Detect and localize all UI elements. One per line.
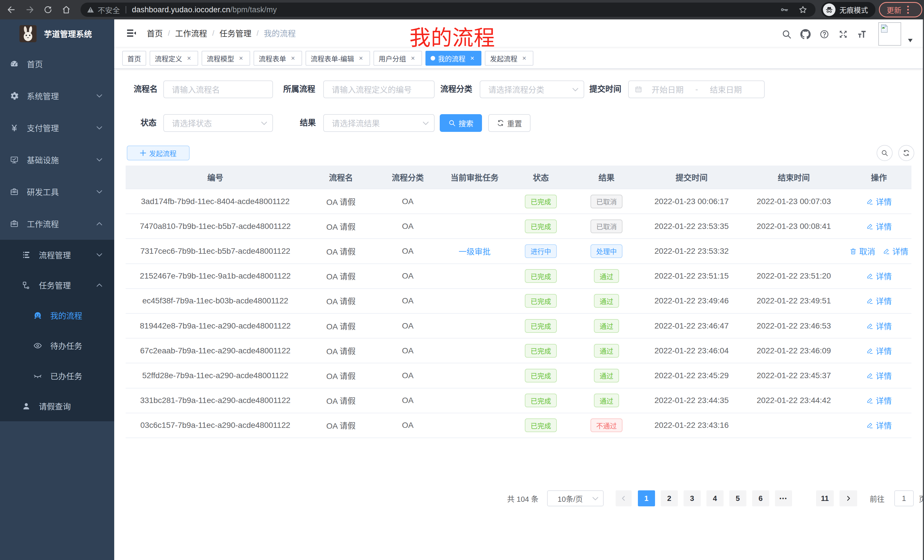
tab-start-process[interactable]: 发起流程 × bbox=[485, 51, 533, 66]
browser-menu-icon[interactable] bbox=[907, 6, 909, 14]
hamburger-icon[interactable] bbox=[126, 27, 137, 39]
sidebar-logo[interactable]: 芋道管理系统 bbox=[0, 19, 114, 48]
tag-close-icon[interactable]: × bbox=[289, 54, 297, 62]
address-bar[interactable]: 不安全 dashboard.yudao.iocoder.cn/bpm/task/… bbox=[81, 3, 816, 17]
status-badge: 已完成 bbox=[525, 220, 557, 233]
breadcrumb-item[interactable]: 工作流程 bbox=[175, 27, 207, 39]
sidebar-item-payment[interactable]: 支付管理 bbox=[0, 112, 114, 144]
next-page-button[interactable] bbox=[840, 490, 857, 506]
column-header[interactable]: 操作 bbox=[846, 166, 911, 189]
detail-action[interactable]: 详情 bbox=[866, 395, 892, 406]
page-button-6[interactable]: 6 bbox=[752, 490, 769, 506]
tab-process-form[interactable]: 流程表单 × bbox=[254, 51, 302, 66]
column-header[interactable]: 流程分类 bbox=[377, 166, 439, 189]
help-icon[interactable] bbox=[815, 21, 834, 48]
more-pages-button[interactable]: ••• bbox=[775, 490, 792, 506]
detail-action[interactable]: 详情 bbox=[883, 246, 908, 257]
tab-process-definition[interactable]: 流程定义 × bbox=[150, 51, 198, 66]
menu-label: 请假查询 bbox=[39, 400, 71, 412]
header-search-icon[interactable] bbox=[777, 21, 796, 48]
reset-button[interactable]: 重置 bbox=[488, 114, 531, 132]
browser-home-button[interactable] bbox=[60, 4, 72, 15]
sidebar-item-infrastructure[interactable]: 基础设施 bbox=[0, 144, 114, 176]
browser-back-button[interactable] bbox=[6, 4, 17, 15]
browser-reload-button[interactable] bbox=[42, 4, 54, 15]
tab-home[interactable]: 首页 × bbox=[122, 51, 146, 66]
page-button-1[interactable]: 1 bbox=[638, 490, 655, 506]
browser-update-button[interactable]: 更新 bbox=[879, 2, 922, 17]
page-url: dashboard.yudao.iocoder.cn/bpm/task/my bbox=[132, 5, 277, 14]
page-button-3[interactable]: 3 bbox=[684, 490, 701, 506]
date-end-input[interactable]: 结束日期 bbox=[701, 84, 751, 95]
detail-action[interactable]: 详情 bbox=[866, 419, 892, 431]
sidebar-item-done-tasks[interactable]: 已办任务 bbox=[0, 361, 114, 391]
tab-my-processes[interactable]: 我的流程 × bbox=[426, 51, 482, 66]
breadcrumb-item[interactable]: 任务管理 bbox=[220, 27, 252, 39]
toggle-search-button[interactable] bbox=[877, 145, 892, 161]
sidebar-item-system[interactable]: 系统管理 bbox=[0, 80, 114, 112]
column-header[interactable]: 流程名 bbox=[305, 166, 377, 189]
tab-process-model[interactable]: 流程模型 × bbox=[202, 51, 250, 66]
filter-category-label: 流程分类 bbox=[323, 81, 472, 98]
detail-action[interactable]: 详情 bbox=[866, 270, 892, 282]
fullscreen-icon[interactable] bbox=[834, 21, 853, 48]
page-button-4[interactable]: 4 bbox=[706, 490, 723, 506]
filter-result-select[interactable]: 请选择流结果 bbox=[323, 114, 435, 132]
detail-action[interactable]: 详情 bbox=[866, 320, 892, 332]
github-icon[interactable] bbox=[796, 21, 815, 48]
tab-process-form-edit[interactable]: 流程表单-编辑 × bbox=[306, 51, 370, 66]
jump-page-input[interactable]: 1 bbox=[894, 490, 914, 506]
caret-down-icon[interactable] bbox=[908, 39, 913, 42]
filter-time-range[interactable]: 开始日期 - 结束日期 bbox=[628, 81, 765, 98]
tab-user-group[interactable]: 用户分组 × bbox=[374, 51, 422, 66]
sidebar-item-my-processes[interactable]: 我的流程 bbox=[0, 300, 114, 331]
tag-close-icon[interactable]: × bbox=[520, 54, 528, 62]
search-button[interactable]: 搜索 bbox=[440, 114, 482, 132]
cell-category: OA bbox=[377, 413, 439, 438]
column-header[interactable]: 结束时间 bbox=[741, 166, 846, 189]
prev-page-button[interactable] bbox=[616, 490, 632, 506]
column-header[interactable]: 编号 bbox=[126, 166, 305, 189]
tag-close-icon[interactable]: × bbox=[185, 54, 193, 62]
refresh-table-button[interactable] bbox=[898, 145, 914, 161]
breadcrumb-item[interactable]: 首页 bbox=[147, 27, 163, 39]
page-button-11[interactable]: 11 bbox=[816, 490, 834, 506]
bookmark-star-icon[interactable] bbox=[798, 5, 807, 14]
task-link[interactable]: 一级审批 bbox=[459, 247, 490, 256]
detail-action[interactable]: 详情 bbox=[866, 221, 892, 232]
detail-action[interactable]: 详情 bbox=[866, 196, 892, 207]
tag-close-icon[interactable]: × bbox=[468, 54, 476, 62]
sidebar-item-process-management[interactable]: 流程管理 bbox=[0, 240, 114, 270]
create-process-button[interactable]: 发起流程 bbox=[127, 145, 190, 160]
breadcrumb: 首页 / 工作流程 / 任务管理 / 我的流程 bbox=[147, 19, 296, 47]
sidebar-item-task-management[interactable]: 任务管理 bbox=[0, 270, 114, 300]
page-size-select[interactable]: 10条/页 bbox=[547, 490, 604, 506]
breadcrumb-item[interactable]: 我的流程 bbox=[264, 27, 296, 39]
cell-name: OA 请假 bbox=[305, 313, 377, 338]
date-start-input[interactable]: 开始日期 bbox=[642, 84, 693, 95]
browser-forward-button[interactable] bbox=[24, 4, 35, 15]
tag-close-icon[interactable]: × bbox=[237, 54, 245, 62]
tag-close-icon[interactable]: × bbox=[357, 54, 365, 62]
page-button-5[interactable]: 5 bbox=[729, 490, 746, 506]
sidebar-item-leave-query[interactable]: 请假查询 bbox=[0, 391, 114, 421]
sidebar-item-todo-tasks[interactable]: 待办任务 bbox=[0, 331, 114, 361]
column-header[interactable]: 提交时间 bbox=[642, 166, 741, 189]
tag-close-icon[interactable]: × bbox=[409, 54, 417, 62]
sidebar-item-devtools[interactable]: 研发工具 bbox=[0, 176, 114, 208]
page-button-2[interactable]: 2 bbox=[661, 490, 678, 506]
result-badge: 通过 bbox=[594, 394, 619, 407]
detail-action[interactable]: 详情 bbox=[866, 370, 892, 381]
column-header[interactable]: 结果 bbox=[571, 166, 642, 189]
cell-category: OA bbox=[377, 338, 439, 363]
cancel-action[interactable]: 取消 bbox=[849, 246, 875, 257]
font-size-icon[interactable] bbox=[853, 21, 872, 48]
detail-action[interactable]: 详情 bbox=[866, 295, 892, 307]
column-header[interactable]: 当前审批任务 bbox=[439, 166, 510, 189]
detail-action[interactable]: 详情 bbox=[866, 345, 892, 356]
user-avatar[interactable] bbox=[878, 22, 901, 46]
sidebar-item-workflow[interactable]: 工作流程 bbox=[0, 208, 114, 240]
sidebar-item-home[interactable]: 首页 bbox=[0, 48, 114, 80]
password-key-icon[interactable] bbox=[780, 5, 789, 14]
column-header[interactable]: 状态 bbox=[510, 166, 571, 189]
